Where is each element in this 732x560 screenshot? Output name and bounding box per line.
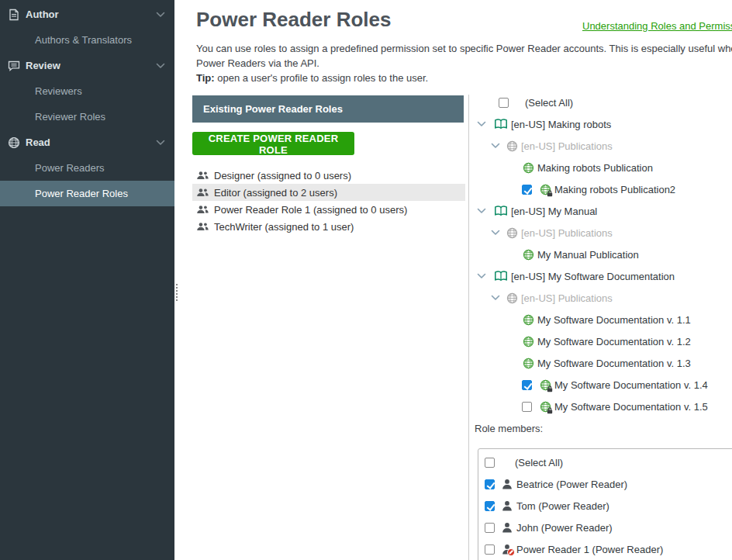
- publications-tree: (Select All) [en-US] Making robots [en-U…: [475, 92, 732, 417]
- role-list-item-designer[interactable]: Designer (assigned to 0 users): [192, 167, 465, 184]
- members-select-all-row: (Select All): [485, 451, 732, 473]
- globe-green-icon: [523, 336, 534, 347]
- globe-icon: [8, 137, 20, 149]
- chevron-down-icon[interactable]: [156, 12, 165, 18]
- existing-roles-panel-header: Existing Power Reader Roles: [192, 95, 464, 123]
- lock-icon: [547, 407, 553, 414]
- users-group-icon: [196, 170, 209, 181]
- tree-node-label[interactable]: My Manual Publication: [537, 249, 639, 261]
- chevron-down-icon[interactable]: [477, 121, 486, 127]
- globe-green-icon: [523, 358, 534, 369]
- role-label: Designer (assigned to 0 users): [214, 170, 351, 181]
- chevron-down-icon[interactable]: [156, 63, 165, 69]
- sidebar-item-power-reader-roles[interactable]: Power Reader Roles: [0, 181, 174, 206]
- users-group-icon: [196, 221, 209, 232]
- sidebar-item-label: Authors & Translators: [35, 34, 132, 46]
- tree-node-checkbox[interactable]: [522, 185, 532, 195]
- book-icon: [494, 119, 508, 130]
- sidebar-item-label: Reviewers: [35, 85, 82, 97]
- understanding-roles-link[interactable]: Understanding Roles and Permissions: [582, 20, 732, 32]
- member-checkbox[interactable]: [485, 523, 495, 533]
- members-select-all-checkbox[interactable]: [485, 458, 495, 468]
- chevron-down-icon[interactable]: [491, 295, 500, 301]
- role-label: Editor (assigned to 2 users): [214, 187, 337, 199]
- tree-node-label[interactable]: My Software Documentation v. 1.5: [554, 401, 708, 413]
- tree-node-label[interactable]: My Software Documentation v. 1.1: [537, 314, 691, 326]
- tree-select-all-label: (Select All): [525, 97, 573, 109]
- globe-locked-icon: [540, 379, 551, 391]
- tree-node-label[interactable]: [en-US] Publications: [521, 140, 613, 152]
- intro-text: You can use roles to assign a predefined…: [196, 41, 732, 85]
- tree-node-checkbox[interactable]: [522, 380, 532, 390]
- tree-node-label[interactable]: My Software Documentation v. 1.3: [537, 358, 691, 369]
- sidebar-item-reviewers[interactable]: Reviewers: [0, 78, 174, 104]
- tree-select-all-row: (Select All): [475, 92, 732, 113]
- sidebar-item-label: Reviewer Roles: [35, 111, 105, 123]
- person-blocked-icon: [502, 544, 513, 555]
- globe-green-icon: [523, 162, 534, 174]
- member-name[interactable]: Power Reader 1 (Power Reader): [516, 544, 663, 555]
- sidebar-section-review[interactable]: Review: [0, 53, 174, 78]
- tree-node-label[interactable]: [en-US] My Manual: [511, 206, 597, 217]
- chevron-down-icon[interactable]: [477, 273, 486, 279]
- create-power-reader-role-button[interactable]: CREATE POWER READER ROLE: [192, 132, 354, 155]
- chevron-down-icon[interactable]: [156, 140, 165, 146]
- globe-green-icon: [523, 249, 534, 261]
- member-row-power-reader-1: Power Reader 1 (Power Reader): [485, 538, 732, 560]
- roles-list: Designer (assigned to 0 users) Editor (a…: [192, 167, 465, 235]
- users-group-icon: [196, 187, 209, 198]
- member-name[interactable]: Tom (Power Reader): [516, 500, 609, 512]
- tree-node-publications-folder: [en-US] Publications: [475, 287, 732, 309]
- member-checkbox[interactable]: [485, 544, 495, 555]
- main-content: Power Reader Roles Understanding Roles a…: [174, 0, 732, 560]
- document-icon: [8, 9, 20, 21]
- tree-node-label[interactable]: My Software Documentation v. 1.2: [537, 336, 691, 347]
- lock-icon: [547, 190, 553, 197]
- blocked-badge-icon: [507, 548, 515, 556]
- role-list-item-power-reader-role-1[interactable]: Power Reader Role 1 (assigned to 0 users…: [192, 201, 465, 218]
- sidebar-section-author[interactable]: Author: [0, 2, 174, 27]
- globe-locked-icon: [540, 184, 551, 195]
- sidebar-item-label: Power Reader Roles: [35, 188, 128, 199]
- book-icon: [494, 271, 508, 282]
- tree-node-publication: Making robots Publication: [475, 157, 732, 178]
- tree-node-book: [en-US] My Manual: [475, 200, 732, 222]
- tree-node-publication-locked: Making robots Publication2: [475, 178, 732, 200]
- tree-node-label[interactable]: [en-US] Publications: [521, 227, 613, 239]
- member-checkbox[interactable]: [485, 479, 495, 489]
- member-row-beatrice: Beatrice (Power Reader): [485, 473, 732, 495]
- sidebar-item-reviewer-roles[interactable]: Reviewer Roles: [0, 104, 174, 130]
- sidebar-item-label: Power Readers: [35, 162, 105, 174]
- tree-node-label[interactable]: [en-US] Making robots: [511, 119, 611, 130]
- intro-line-2: Power Readers via the API.: [196, 56, 732, 71]
- chevron-down-icon[interactable]: [491, 143, 500, 149]
- sidebar-section-label: Author: [26, 9, 59, 20]
- person-icon: [502, 522, 513, 533]
- role-list-item-editor[interactable]: Editor (assigned to 2 users): [192, 184, 465, 201]
- tree-node-publication-locked: My Software Documentation v. 1.5: [475, 396, 732, 417]
- tree-node-book: [en-US] My Software Documentation: [475, 265, 732, 287]
- member-name[interactable]: Beatrice (Power Reader): [516, 479, 627, 490]
- sidebar-item-authors-translators[interactable]: Authors & Translators: [0, 27, 174, 53]
- tree-node-label[interactable]: My Software Documentation v. 1.4: [554, 379, 708, 391]
- tree-node-label[interactable]: Making robots Publication2: [554, 184, 675, 195]
- member-checkbox[interactable]: [485, 501, 495, 511]
- tree-node-publication: My Software Documentation v. 1.2: [475, 330, 732, 352]
- globe-gray-icon: [506, 227, 518, 239]
- chevron-down-icon[interactable]: [477, 208, 486, 214]
- tree-node-label[interactable]: [en-US] Publications: [521, 292, 613, 304]
- tree-select-all-checkbox[interactable]: [499, 98, 509, 108]
- members-select-all-label: (Select All): [515, 457, 563, 468]
- globe-green-icon: [523, 314, 534, 326]
- sidebar-item-power-readers[interactable]: Power Readers: [0, 155, 174, 181]
- tree-node-checkbox[interactable]: [522, 402, 532, 412]
- vertical-divider: [468, 95, 469, 560]
- chevron-down-icon[interactable]: [491, 230, 500, 236]
- member-row-tom: Tom (Power Reader): [485, 495, 732, 517]
- sidebar-section-read[interactable]: Read: [0, 130, 174, 155]
- tree-node-label[interactable]: Making robots Publication: [537, 162, 653, 174]
- sidebar-section-label: Review: [26, 60, 60, 71]
- tree-node-label[interactable]: [en-US] My Software Documentation: [511, 271, 675, 282]
- role-list-item-techwriter[interactable]: TechWriter (assigned to 1 user): [192, 218, 465, 235]
- member-name[interactable]: John (Power Reader): [516, 522, 613, 534]
